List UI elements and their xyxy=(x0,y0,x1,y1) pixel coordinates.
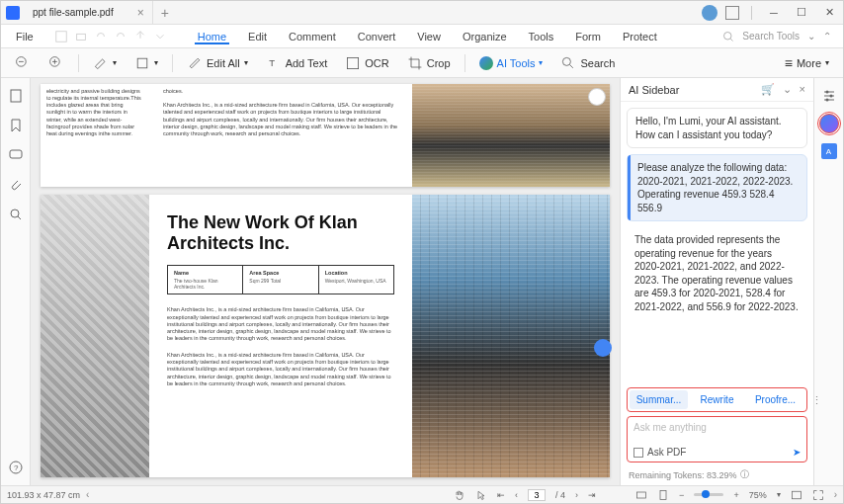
add-tab-button[interactable]: + xyxy=(153,5,177,21)
share-icon[interactable] xyxy=(133,30,147,43)
zoom-in-tool[interactable] xyxy=(42,53,70,73)
svg-rect-0 xyxy=(55,31,66,42)
edit-all-tool[interactable]: Edit All▾ xyxy=(181,53,254,73)
zoom-out-button[interactable]: − xyxy=(679,490,684,500)
maximize-button[interactable]: ☐ xyxy=(788,1,815,25)
chevron-left-icon[interactable]: ‹ xyxy=(86,489,89,500)
close-icon[interactable]: × xyxy=(800,83,805,96)
ask-pdf-checkbox[interactable] xyxy=(633,448,643,458)
ai-action-tabs: Summar... Rewrite Proofre... ⋮ xyxy=(627,387,807,412)
hand-tool-icon[interactable] xyxy=(454,489,465,501)
cart-icon[interactable]: 🛒 xyxy=(761,83,775,96)
zoom-out-icon xyxy=(15,55,31,71)
zoom-slider[interactable] xyxy=(694,493,723,496)
translate-icon[interactable]: A xyxy=(821,143,837,159)
document-viewport[interactable]: electricity and passive building designs… xyxy=(31,78,620,485)
tab-filename: ppt file-sample.pdf xyxy=(33,7,114,18)
more-tool[interactable]: ≡More▾ xyxy=(779,53,835,73)
svg-point-2 xyxy=(724,32,732,40)
add-text-tool[interactable]: TAdd Text xyxy=(260,53,334,73)
tab-comment[interactable]: Comment xyxy=(278,31,347,42)
page-paragraph: Khan Architects Inc., is a mid-sized arc… xyxy=(167,306,394,342)
qat-dropdown-icon[interactable] xyxy=(153,30,167,43)
crop-icon xyxy=(407,55,423,71)
comments-icon[interactable] xyxy=(8,147,24,163)
crop-tool[interactable]: Crop xyxy=(401,53,457,73)
info-icon[interactable]: ⓘ xyxy=(740,468,749,481)
close-tab-icon[interactable]: × xyxy=(137,6,144,20)
help-badge[interactable] xyxy=(594,339,612,357)
search-panel-icon[interactable] xyxy=(8,207,24,222)
ai-prompt-input[interactable] xyxy=(633,422,801,433)
help-icon[interactable]: ? xyxy=(8,460,24,475)
user-avatar[interactable] xyxy=(702,5,717,21)
send-icon[interactable]: ➤ xyxy=(793,447,801,458)
svg-line-13 xyxy=(570,64,573,67)
tab-summarize[interactable]: Summar... xyxy=(630,390,688,409)
app-logo xyxy=(1,1,25,25)
reading-mode-icon[interactable] xyxy=(791,489,802,501)
tab-form[interactable]: Form xyxy=(564,31,612,42)
tab-convert[interactable]: Convert xyxy=(347,31,407,42)
svg-text:T: T xyxy=(269,57,275,68)
cursor-position: 101.93 x 47.87 cm xyxy=(7,490,80,500)
svg-rect-15 xyxy=(10,150,22,158)
print-icon[interactable] xyxy=(74,30,88,43)
close-window-button[interactable]: ✕ xyxy=(815,1,843,25)
tab-view[interactable]: View xyxy=(406,31,452,42)
ai-response-message: The data provided represents the operati… xyxy=(627,227,807,319)
thumbnails-icon[interactable] xyxy=(8,88,24,104)
zoom-out-tool[interactable] xyxy=(9,53,37,73)
tab-tools[interactable]: Tools xyxy=(518,31,565,42)
tab-home[interactable]: Home xyxy=(187,31,237,42)
ai-sidebar-title: AI Sidebar xyxy=(629,84,679,96)
bookmarks-icon[interactable] xyxy=(8,118,24,133)
minimize-button[interactable]: ─ xyxy=(760,1,788,25)
svg-rect-1 xyxy=(76,34,85,40)
document-title: The New Work Of Klan Architects Inc. xyxy=(167,212,394,253)
file-menu[interactable]: File xyxy=(5,31,44,42)
highlight-tool[interactable]: ▾ xyxy=(87,53,123,73)
chevron-right-icon[interactable]: › xyxy=(834,489,837,500)
document-tab[interactable]: ppt file-sample.pdf × xyxy=(25,1,153,25)
prev-page-icon[interactable]: ‹ xyxy=(515,490,518,500)
ai-assistant-button[interactable] xyxy=(819,114,839,133)
tab-edit[interactable]: Edit xyxy=(237,31,278,42)
ocr-icon xyxy=(345,55,361,71)
ai-icon xyxy=(479,56,493,70)
select-tool-icon[interactable] xyxy=(475,489,487,501)
ai-tools-button[interactable]: AI Tools▾ xyxy=(473,54,549,72)
tab-organize[interactable]: Organize xyxy=(452,31,518,42)
chevron-down-icon[interactable]: ⌄ xyxy=(807,31,815,42)
window-mode-icon[interactable] xyxy=(725,6,739,20)
fit-width-icon[interactable] xyxy=(635,489,647,501)
shape-tool[interactable]: ▾ xyxy=(128,53,164,73)
user-message: Please analyze the following data: 2020-… xyxy=(627,154,807,221)
more-label: More xyxy=(797,57,821,69)
tab-rewrite[interactable]: Rewrite xyxy=(688,390,746,409)
search-tools-input[interactable]: Search Tools xyxy=(742,31,800,42)
zoom-in-button[interactable]: + xyxy=(733,490,738,500)
fit-page-icon[interactable] xyxy=(657,489,669,501)
page-text-column: choices. Khan Architects Inc., is a mid-… xyxy=(157,84,404,187)
undo-icon[interactable] xyxy=(94,30,108,43)
page-number-input[interactable] xyxy=(528,489,546,501)
chevron-down-icon[interactable]: ⌄ xyxy=(783,83,792,96)
next-page-icon[interactable]: › xyxy=(575,490,578,500)
last-page-icon[interactable]: ⇥ xyxy=(588,490,596,500)
doc-badge-icon[interactable] xyxy=(588,88,606,106)
tab-proofread[interactable]: Proofre... xyxy=(746,390,804,409)
collapse-ribbon-icon[interactable]: ⌃ xyxy=(823,31,831,42)
search-tool[interactable]: Search xyxy=(554,53,621,73)
zoom-dropdown-icon[interactable]: ▾ xyxy=(777,490,781,499)
redo-icon[interactable] xyxy=(114,30,127,43)
save-icon[interactable] xyxy=(54,30,68,43)
more-actions-icon[interactable]: ⋮ xyxy=(811,394,822,407)
first-page-icon[interactable]: ⇤ xyxy=(497,490,505,500)
tab-protect[interactable]: Protect xyxy=(612,31,668,42)
attachments-icon[interactable] xyxy=(8,177,24,193)
ocr-tool[interactable]: OCR xyxy=(339,53,394,73)
page-image xyxy=(412,84,610,187)
settings-icon[interactable] xyxy=(821,88,837,104)
fullscreen-icon[interactable] xyxy=(812,489,824,501)
